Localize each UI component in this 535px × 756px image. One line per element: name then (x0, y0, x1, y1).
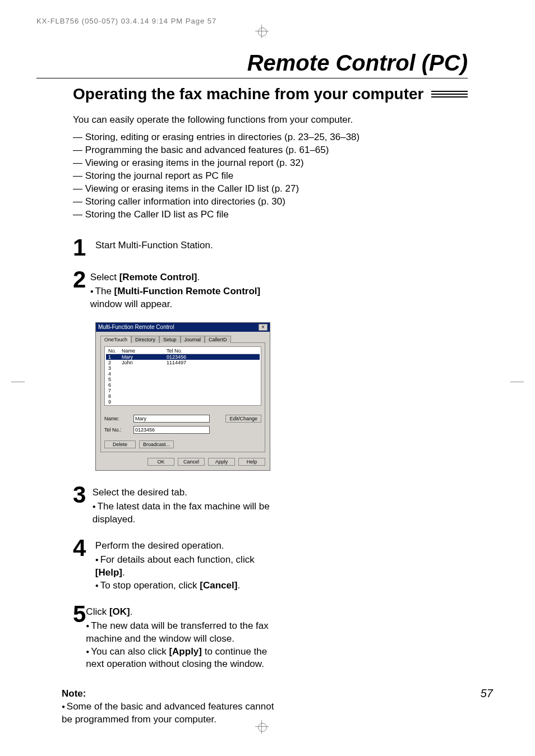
step-bullet: You can also click [Apply] to continue t… (86, 646, 286, 671)
intro-paragraph: You can easily operate the following fun… (73, 114, 507, 126)
step-3: 3 Select the desired tab. The latest dat… (73, 484, 286, 526)
note-block: Note: Some of the basic and advanced fea… (62, 688, 286, 726)
broadcast-button[interactable]: Broadcast... (139, 440, 174, 448)
ok-button[interactable]: OK (147, 458, 174, 466)
step-number: 4 (73, 537, 95, 592)
telno-label: Tel No.: (104, 427, 133, 433)
table-row[interactable]: 1Mary0123456 (106, 354, 260, 360)
step-4: 4 Perform the desired operation. For det… (73, 537, 286, 592)
registration-mark-bottom (255, 720, 269, 734)
tab-journal[interactable]: Journal (181, 336, 205, 343)
table-row[interactable]: 8 (106, 393, 260, 399)
registration-mark-right (510, 375, 524, 389)
table-row[interactable]: 2John1114497 (106, 360, 260, 365)
feature-item: Programming the basic and advanced featu… (73, 144, 507, 157)
step-text: Select the desired tab. The latest data … (93, 484, 286, 526)
print-header: KX-FLB756 (050-057) 03.4.14 9:14 PM Page… (36, 17, 507, 25)
step-text: Click [OK]. The new data will be transfe… (86, 604, 286, 671)
window-titlebar[interactable]: Multi-Function Remote Control × (96, 323, 270, 332)
edit-change-button[interactable]: Edit/Change (225, 415, 261, 423)
grid-header: No. Name Tel No. (106, 348, 260, 354)
name-input[interactable] (133, 415, 210, 423)
entries-grid[interactable]: No. Name Tel No. 1Mary0123456 2John11144… (104, 346, 261, 406)
name-label: Name: (104, 416, 133, 421)
table-row[interactable]: 9 (106, 399, 260, 405)
note-title: Note: (62, 688, 286, 701)
steps-column: 1 Start Multi-Function Station. 2 Select… (73, 237, 286, 312)
section-heading-row: Operating the fax machine from your comp… (73, 85, 468, 103)
step-bullet: The [Multi-Function Remote Control] wind… (90, 285, 286, 311)
feature-item: Storing caller information into director… (73, 196, 507, 208)
step-bullet: To stop operation, click [Cancel]. (95, 579, 286, 592)
step-text: Perform the desired operation. For detai… (95, 537, 286, 592)
heading-rule-icon (431, 91, 468, 98)
feature-item: Viewing or erasing items in the Caller I… (73, 183, 507, 196)
step-number: 5 (73, 604, 86, 671)
note-item: Some of the basic and advanced features … (62, 701, 286, 726)
table-row[interactable]: 3 (106, 365, 260, 371)
step-number: 1 (73, 237, 95, 258)
cancel-button[interactable]: Cancel (178, 458, 205, 466)
tab-panel: No. Name Tel No. 1Mary0123456 2John11144… (100, 342, 265, 452)
table-row[interactable]: 5 (106, 377, 260, 382)
table-row[interactable]: 7 (106, 388, 260, 393)
step-number: 2 (73, 269, 90, 311)
tab-onetouch[interactable]: OneTouch (100, 336, 131, 343)
feature-item: Storing, editing or erasing entries in d… (73, 131, 507, 144)
feature-item: Storing the journal report as PC file (73, 170, 507, 183)
table-row[interactable]: 10 (106, 405, 260, 406)
close-icon[interactable]: × (259, 324, 268, 331)
table-row[interactable]: 4 (106, 371, 260, 377)
apply-button[interactable]: Apply (208, 458, 235, 466)
remote-control-window: Multi-Function Remote Control × OneTouch… (95, 322, 270, 471)
table-row[interactable]: 6 (106, 382, 260, 388)
step-2: 2 Select [Remote Control]. The [Multi-Fu… (73, 269, 286, 311)
step-text: Start Multi-Function Station. (95, 237, 213, 258)
page-number: 57 (481, 687, 493, 700)
section-heading: Operating the fax machine from your comp… (73, 85, 423, 103)
tab-setup[interactable]: Setup (159, 336, 181, 343)
tab-callerid[interactable]: CallerID (205, 336, 231, 343)
window-title-text: Multi-Function Remote Control (98, 324, 174, 331)
tab-strip: OneTouch Directory Setup Journal CallerI… (100, 335, 265, 342)
step-number: 3 (73, 484, 93, 526)
telno-input[interactable] (133, 426, 210, 434)
step-1: 1 Start Multi-Function Station. (73, 237, 286, 258)
registration-mark-top (255, 25, 269, 38)
delete-button[interactable]: Delete (104, 440, 136, 448)
help-button[interactable]: Help (238, 458, 265, 466)
tab-directory[interactable]: Directory (131, 336, 159, 343)
feature-list: Storing, editing or erasing entries in d… (73, 131, 507, 221)
steps-column-cont: 3 Select the desired tab. The latest dat… (73, 484, 286, 671)
registration-mark-left (11, 375, 25, 389)
manual-page: KX-FLB756 (050-057) 03.4.14 9:14 PM Page… (0, 0, 535, 756)
feature-item: Storing the Caller ID list as PC file (73, 208, 507, 221)
step-text: Select [Remote Control]. The [Multi-Func… (90, 269, 286, 311)
step-bullet: The latest data in the fax machine will … (93, 500, 286, 526)
step-bullet: For details about each function, click [… (95, 554, 286, 579)
feature-item: Viewing or erasing items in the journal … (73, 157, 507, 170)
step-bullet: The new data will be transferred to the … (86, 620, 286, 646)
page-title: Remote Control (PC) (36, 50, 468, 78)
step-5: 5 Click [OK]. The new data will be trans… (73, 604, 286, 671)
